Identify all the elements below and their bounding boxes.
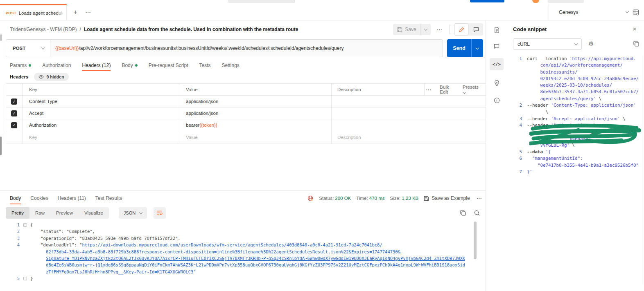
request-title[interactable]: Loads agent schedule data from the sched… <box>84 27 298 32</box>
header-new-row: KeyValueDescription <box>6 131 486 143</box>
upgrade-button[interactable] <box>470 0 504 2</box>
view-mode-pretty[interactable]: Pretty <box>6 207 29 219</box>
snippet-language-dropdown[interactable]: cURL <box>513 38 582 50</box>
request-tab-headers-12[interactable]: Headers (12) <box>82 60 111 71</box>
request-tab-tests[interactable]: Tests <box>199 60 210 71</box>
download-url-link[interactable]: Signature=YD1PkNvhzaZXjtkz2tQ6AL2fJx6UvK… <box>46 256 465 261</box>
download-url-link[interactable]: dBg4Ze6sWB0usmjw~r-jQ1xdg86sS9q8ppauNgDi… <box>46 262 465 267</box>
code-icon[interactable]: </> <box>490 58 504 70</box>
presets-button[interactable]: Presets <box>463 85 480 94</box>
comment-button[interactable] <box>469 23 483 36</box>
response-code-line: Signature=YD1PkNvhzaZXjtkz2tQ6AL2fJx6UvK… <box>6 255 481 262</box>
header-value-cell[interactable]: bearer {{token}} <box>180 119 332 131</box>
save-button[interactable]: Save <box>393 24 420 35</box>
pm-insights-icon[interactable] <box>490 77 504 89</box>
close-icon[interactable]: × <box>630 25 639 33</box>
request-tab-settings[interactable]: Settings <box>222 60 240 71</box>
url-box: POST {{baseUrl}}/api/v2/workforcemanagem… <box>6 39 443 57</box>
bulk-edit-button[interactable]: Bulk Edit <box>440 85 456 94</box>
tab-method-label: POST <box>6 11 16 15</box>
edit-request-button[interactable] <box>454 23 469 36</box>
header-enabled-checkbox[interactable]: ✓ <box>11 110 17 116</box>
breadcrumb-collection[interactable]: Trident/Genesys - WFM (RDP) <box>10 27 77 32</box>
fold-toggle-icon[interactable] <box>23 223 27 227</box>
table-more-options-button[interactable]: ••• <box>425 88 433 91</box>
request-tab-params[interactable]: Params <box>10 60 31 71</box>
response-more-options-button[interactable]: ••• <box>475 197 484 200</box>
response-scrollbar-thumb[interactable] <box>474 222 477 259</box>
snippet-line-number: 5 <box>513 149 522 155</box>
download-url-link[interactable]: zTfFHYFgDqx7LsJ0hRjH~hn8PPvg__&Key-Pair-… <box>46 269 193 274</box>
view-mode-preview[interactable]: Preview <box>50 207 79 219</box>
header-description-cell[interactable] <box>332 96 486 107</box>
send-options-button[interactable] <box>471 39 483 57</box>
chevron-down-icon[interactable] <box>626 10 629 13</box>
snippet-text: "managementUnitId": <box>527 155 583 162</box>
request-header: Trident/Genesys - WFM (RDP) / Loads agen… <box>6 22 486 37</box>
download-url-link[interactable]: 02f73db4-33da-4ab5-a3b8-83f729b3c886?res… <box>46 249 400 254</box>
info-icon[interactable] <box>490 94 504 106</box>
header-description-cell[interactable] <box>332 119 486 131</box>
snippet-settings-icon[interactable]: ⚙ <box>588 40 594 47</box>
snippet-line: agentschedules/query' \ <box>513 96 641 102</box>
toolbar-button[interactable] <box>548 0 584 3</box>
avatar[interactable] <box>532 0 539 3</box>
documentation-icon[interactable] <box>490 24 504 36</box>
response-tab-cookies[interactable]: Cookies <box>30 192 48 204</box>
save-as-example-button[interactable]: Save as Example <box>424 195 470 201</box>
left-scrollbar-thumb[interactable] <box>0 34 2 41</box>
snippet-line-number <box>513 76 522 82</box>
left-scrollbar-thumb-dark[interactable] <box>0 137 2 155</box>
hidden-headers-toggle[interactable]: 9 hidden <box>34 73 68 81</box>
header-enabled-checkbox[interactable]: ✓ <box>11 122 17 128</box>
download-url-link[interactable]: https://api-downloads.mypurecloud.com/us… <box>82 242 382 247</box>
line-number: 5 <box>6 275 20 282</box>
send-button[interactable]: Send <box>447 39 471 57</box>
size-label: Size: <box>390 196 401 201</box>
header-description-cell[interactable] <box>332 107 486 119</box>
comments-icon[interactable] <box>490 40 504 52</box>
request-tab-pre-request-script[interactable]: Pre-request Script <box>149 60 188 71</box>
response-tab-body[interactable]: Body <box>10 192 21 204</box>
line-number: 4 <box>6 242 20 248</box>
response-tab-headers-11[interactable]: Headers (11) <box>58 192 86 204</box>
fold-toggle-icon[interactable] <box>23 277 27 280</box>
environment-quick-look-icon[interactable] <box>633 9 639 16</box>
response-code-line: dBg4Ze6sWB0usmjw~r-jQ1xdg86sS9q8ppauNgDi… <box>6 262 481 268</box>
response-tab-test-results[interactable]: Test Results <box>95 192 122 204</box>
wrap-lines-button[interactable] <box>154 207 166 219</box>
request-more-options-button[interactable]: ••• <box>436 28 444 31</box>
method-selector[interactable]: POST <box>6 40 50 57</box>
request-tab-authorization[interactable]: Authorization <box>42 60 71 71</box>
header-key-cell[interactable]: Accept <box>23 107 180 119</box>
header-description-input[interactable]: Description <box>332 131 486 143</box>
url-input[interactable]: {{baseUrl}}/api/v2/workforcemanagement/b… <box>50 40 443 57</box>
open-request-tab[interactable]: POST Loads agent schedule d <box>0 4 67 20</box>
format-dropdown[interactable]: JSON <box>119 207 147 219</box>
header-key-cell[interactable]: Authorization <box>23 119 180 131</box>
response-body-editor[interactable]: 1{2 "status": "Complete",3 "operationId"… <box>6 222 481 291</box>
snippet-line: 7}' <box>513 169 641 175</box>
search-response-icon[interactable] <box>474 210 480 216</box>
header-enabled-checkbox[interactable]: ✓ <box>11 98 17 105</box>
view-mode-visualize[interactable]: Visualize <box>79 207 109 219</box>
snippet-segment: agentschedules/query' <box>527 96 596 101</box>
header-key-input[interactable]: Key <box>23 131 180 143</box>
save-options-button[interactable] <box>420 24 431 35</box>
request-tab-body[interactable]: Body <box>122 60 137 71</box>
code-snippet-code[interactable]: 1curl --location 'https://api.mypureclou… <box>513 56 641 175</box>
tab-options-button[interactable]: ••• <box>83 8 94 17</box>
global-search-input[interactable] <box>228 0 295 3</box>
new-tab-button[interactable]: + <box>70 8 80 17</box>
copy-snippet-icon[interactable] <box>633 41 639 47</box>
header-value-input[interactable]: Value <box>180 131 332 143</box>
header-value-cell[interactable]: application/json <box>180 96 332 107</box>
request-tab-label: Settings <box>222 63 240 68</box>
header-value-cell[interactable]: application/json <box>180 107 332 119</box>
network-warning-icon[interactable] <box>307 195 314 201</box>
view-mode-raw[interactable]: Raw <box>29 207 50 219</box>
copy-response-icon[interactable] <box>460 210 466 216</box>
snippet-segment: 1-v x4e0axv2 <box>527 136 591 141</box>
header-key-cell[interactable]: Content-Type <box>23 96 180 107</box>
environment-selector[interactable]: Genesys <box>559 9 622 15</box>
